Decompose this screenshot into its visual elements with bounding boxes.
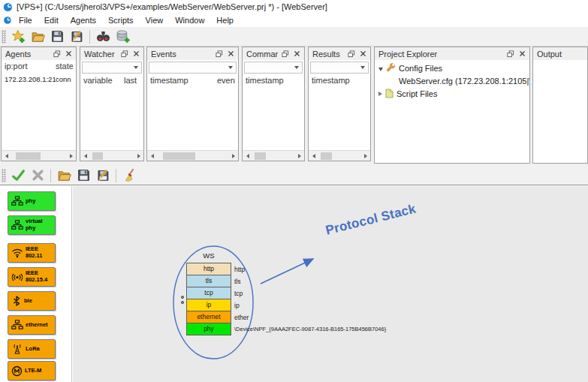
results-column-headers[interactable]: timestamp (309, 74, 370, 87)
scroll-right-button[interactable] (360, 152, 370, 161)
float-panel-button[interactable] (214, 49, 224, 59)
close-panel-button[interactable] (292, 49, 302, 59)
save-as-button[interactable] (68, 28, 86, 46)
events-column-headers[interactable]: timestamp event (147, 74, 238, 87)
node-title[interactable]: WS (186, 251, 231, 260)
stack-layer-http[interactable]: http (186, 263, 231, 275)
toolbar-grip[interactable] (2, 169, 6, 182)
scroll-right-button[interactable] (228, 152, 238, 161)
close-panel-button[interactable] (517, 49, 527, 59)
palette-button-lte-m[interactable]: LTE-M (8, 361, 56, 380)
save-button[interactable] (74, 167, 92, 185)
column-header[interactable]: timestamp (150, 75, 217, 86)
scrollbar-thumb[interactable] (255, 152, 266, 160)
find-button[interactable] (94, 28, 112, 46)
scrollbar-thumb[interactable] (163, 152, 196, 160)
horizontal-scrollbar[interactable] (2, 150, 76, 161)
float-panel-button[interactable] (505, 49, 515, 59)
results-panel-header: Results (309, 47, 370, 60)
scroll-right-button[interactable] (66, 152, 76, 161)
menu-help[interactable]: Help (210, 15, 240, 26)
horizontal-scrollbar[interactable] (243, 150, 304, 161)
palette-button-ieee-802-11[interactable]: IEEE 802.11 (8, 243, 56, 263)
menu-view[interactable]: View (140, 15, 170, 26)
cancel-button[interactable] (29, 167, 47, 185)
save-button[interactable] (48, 28, 66, 46)
float-panel-button[interactable] (52, 49, 62, 59)
expand-chevron-icon[interactable] (378, 68, 383, 71)
events-filter-combobox[interactable] (149, 62, 237, 74)
save-as-button[interactable] (94, 167, 112, 185)
horizontal-scrollbar[interactable] (80, 150, 143, 161)
scroll-left-button[interactable] (243, 152, 252, 161)
mdi-child-icon[interactable] (3, 16, 13, 26)
palette-button-virtual-phy[interactable]: virtual phy (8, 215, 56, 235)
project-explorer-header: Project Explorer (375, 47, 529, 60)
commands-filter-combobox[interactable] (244, 62, 303, 74)
tree-item-script-files[interactable]: Script Files (376, 87, 529, 100)
commands-column-headers[interactable]: timestamp (243, 74, 304, 87)
stack-layer-phy[interactable]: phy (186, 323, 231, 335)
events-panel: Events timestamp event (146, 47, 239, 161)
close-panel-button[interactable] (131, 49, 141, 59)
scrollbar-thumb[interactable] (321, 152, 332, 160)
palette-button-ieee-802-15-4[interactable]: IEEE 802.15.4 (8, 267, 56, 287)
column-header[interactable]: event (217, 75, 235, 86)
scroll-right-button[interactable] (134, 152, 143, 161)
horizontal-scrollbar[interactable] (309, 150, 370, 161)
float-panel-button[interactable] (119, 49, 129, 59)
open-project-button[interactable] (29, 28, 47, 46)
agents-column-headers[interactable]: ip:port state (2, 60, 76, 73)
close-panel-button[interactable] (226, 49, 236, 59)
horizontal-scrollbar[interactable] (147, 150, 238, 161)
close-panel-button[interactable] (64, 49, 74, 59)
float-panel-button[interactable] (346, 49, 356, 59)
collapse-chevron-icon[interactable] (378, 92, 382, 96)
validate-button[interactable] (9, 167, 27, 185)
menu-agents[interactable]: Agents (65, 15, 102, 26)
new-project-button[interactable] (9, 28, 27, 46)
tree-item-webserver-cfg[interactable]: WebServer.cfg (172.23.208.1:2105|Web... (376, 74, 529, 87)
palette-button-ethernet[interactable]: ethernet (8, 315, 56, 335)
watcher-filter-combobox[interactable] (82, 62, 142, 74)
protocol-stack-node[interactable]: http tls tcp ip ethernet phy (186, 263, 231, 335)
scrollbar-thumb[interactable] (16, 152, 41, 160)
column-header[interactable]: state (56, 61, 73, 72)
watcher-column-headers[interactable]: variable last (80, 74, 143, 87)
scroll-right-button[interactable] (294, 152, 304, 161)
palette-button-phy[interactable]: phy (8, 191, 56, 211)
stack-layer-tls[interactable]: tls (186, 275, 231, 287)
results-filter-combobox[interactable] (310, 62, 369, 74)
palette-button-lora[interactable]: LoRa (8, 339, 56, 359)
menu-edit[interactable]: Edit (38, 15, 65, 26)
column-header[interactable]: ip:port (5, 61, 56, 72)
clean-button[interactable] (120, 167, 138, 185)
close-panel-button[interactable] (358, 49, 368, 59)
stack-layer-ethernet[interactable]: ethernet (186, 311, 231, 323)
palette-button-label: ble (24, 298, 51, 305)
agent-row[interactable]: 172.23.208.1:21... conn (2, 73, 76, 86)
column-header[interactable]: timestamp (312, 75, 367, 86)
watcher-panel: Watcher variable last (80, 47, 144, 161)
scroll-left-button[interactable] (80, 152, 90, 161)
scroll-left-button[interactable] (309, 152, 318, 161)
chevron-down-icon (228, 66, 233, 69)
scroll-left-button[interactable] (147, 152, 157, 161)
toolbar-grip[interactable] (2, 30, 6, 44)
stack-layer-ip[interactable]: ip (186, 299, 231, 311)
scrollbar-thumb[interactable] (92, 152, 103, 160)
add-database-button[interactable] (113, 28, 131, 46)
column-header[interactable]: last (124, 75, 140, 86)
column-header[interactable]: variable (83, 75, 124, 86)
menu-window[interactable]: Window (169, 15, 210, 26)
palette-button-ble[interactable]: ble (8, 291, 56, 311)
tree-item-config-files[interactable]: Config Files (376, 62, 529, 74)
menu-file[interactable]: File (13, 15, 38, 26)
scroll-left-button[interactable] (2, 152, 11, 161)
diagram-canvas: WS http tls tcp ip ethernet phy http tls… (73, 186, 588, 382)
column-header[interactable]: timestamp (246, 75, 301, 86)
menu-scripts[interactable]: Scripts (102, 15, 140, 26)
stack-layer-tcp[interactable]: tcp (186, 287, 231, 299)
open-button[interactable] (55, 167, 73, 185)
float-panel-button[interactable] (280, 49, 290, 59)
